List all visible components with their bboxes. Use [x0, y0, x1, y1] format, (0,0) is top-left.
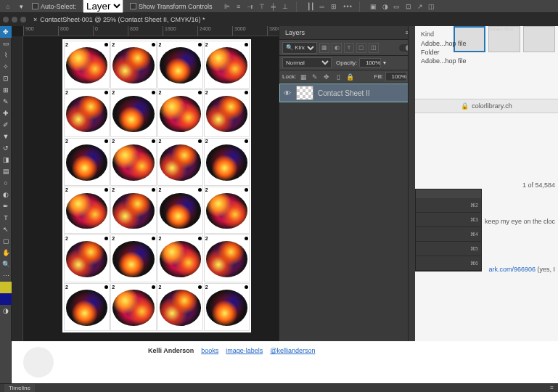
auto-select[interactable]: Auto-Select: [30, 2, 78, 11]
panel-menu-icon[interactable]: ≡ [550, 385, 554, 391]
filter-smart-icon[interactable]: ◫ [369, 43, 379, 53]
avatar [23, 347, 54, 377]
layer-row[interactable]: 👁 Contact Sheet II [279, 83, 415, 102]
ruler-vertical [12, 36, 23, 370]
dist-icon[interactable]: ⊞ [329, 1, 339, 12]
filter-adjust-icon[interactable]: ◐ [332, 43, 342, 53]
lasso-tool[interactable]: ⌇ [0, 49, 12, 61]
history-row[interactable]: ⌘3 [416, 213, 481, 227]
contact-sheet-cell: 2 [110, 187, 156, 234]
align-left-icon[interactable]: ⊫ [222, 1, 232, 12]
fg-color[interactable] [0, 282, 12, 293]
history-row[interactable]: ⌘5 [416, 242, 481, 256]
ruler-horizontal: 90080008001800240030003800 [23, 26, 279, 36]
frame-icon[interactable]: ▭ [392, 1, 402, 12]
layers-tab[interactable]: Layers≡ [279, 26, 415, 40]
bg-color[interactable] [0, 293, 12, 305]
3d-icon[interactable]: ▣ [369, 1, 379, 12]
edit-toolbar[interactable]: ⋯ [0, 270, 12, 282]
list-item[interactable]: Adobe...hop file [419, 39, 554, 48]
align-right-icon[interactable]: ⫣ [245, 1, 255, 12]
background-webpage: Kelli Anderson books image-labels @kelli… [12, 341, 558, 383]
show-transform[interactable]: Show Transform Controls [128, 2, 215, 11]
contact-sheet-cell: 2 [204, 283, 250, 331]
zoom-tool[interactable]: 🔍 [0, 258, 12, 270]
timeline-tab[interactable]: Timeline [4, 384, 35, 392]
crop-tool[interactable]: ⊡ [0, 73, 12, 84]
gradient-tool[interactable]: ▤ [0, 166, 12, 177]
layer-list[interactable]: 👁 Contact Sheet II [279, 83, 415, 370]
lock-paint-icon[interactable]: ✎ [311, 73, 319, 81]
heal-tool[interactable]: ✚ [0, 107, 12, 119]
opacity-input[interactable] [359, 58, 381, 68]
canvas[interactable]: 90080008001800240030003800 2222222222222… [12, 26, 279, 383]
blend-mode[interactable]: Normal [282, 57, 332, 68]
filter-kind[interactable]: 🔍 Kind [282, 42, 317, 54]
history-tool[interactable]: ↺ [0, 142, 12, 154]
lock-nest-icon[interactable]: ▯ [334, 73, 342, 81]
share-icon[interactable]: ↗ [415, 1, 425, 12]
move-tool[interactable]: ✥ [0, 26, 12, 38]
contact-sheet-cell: 2 [204, 234, 250, 282]
wand-tool[interactable]: ✧ [0, 61, 12, 73]
filter-type-icon[interactable]: T [344, 43, 354, 53]
pen-tool[interactable]: ✒ [0, 200, 12, 212]
hand-tool[interactable]: ✋ [0, 247, 12, 258]
contact-sheet-cell: 2 [110, 41, 156, 89]
home-icon[interactable]: ⌂ [3, 1, 13, 12]
layer-thumbnail[interactable] [296, 86, 313, 100]
lock-pos-icon[interactable]: ✥ [322, 73, 331, 81]
history-row[interactable]: ⌘4 [416, 227, 481, 242]
contact-sheet-cell: 2 [64, 187, 110, 234]
cloud-icon[interactable]: ◫ [427, 1, 437, 12]
align-center-icon[interactable]: ≡ [234, 1, 244, 12]
link[interactable]: books [201, 347, 218, 354]
frame-tool[interactable]: ⊞ [0, 84, 12, 96]
align-top-icon[interactable]: ⊤ [257, 1, 267, 12]
brush-tool[interactable]: ✐ [0, 119, 12, 131]
list-item[interactable]: Adobe...hop file [419, 57, 554, 65]
doc-tab-close[interactable]: × [33, 16, 37, 23]
filter-pixel-icon[interactable]: ▦ [319, 43, 329, 53]
eraser-tool[interactable]: ◨ [0, 154, 12, 166]
layer-select[interactable]: Layer [83, 0, 123, 13]
timeline-panel[interactable]: Timeline ≡ [0, 383, 558, 392]
document-title[interactable]: ContactSheet-001 @ 25% (Contact Sheet II… [40, 16, 205, 23]
lock-trans-icon[interactable]: ▦ [299, 73, 308, 81]
type-tool[interactable]: T [0, 212, 12, 224]
marquee-tool[interactable]: ▭ [0, 38, 12, 49]
contact-sheet-cell: 2 [64, 41, 110, 89]
dist-h-icon[interactable]: ┃┃ [305, 1, 316, 12]
lock-all-icon[interactable]: 🔒 [345, 73, 354, 81]
contact-sheet-cell: 2 [157, 41, 203, 89]
artboard-icon[interactable]: ⊡ [403, 1, 414, 12]
collapsed-dock[interactable] [408, 26, 415, 341]
link[interactable]: @kellianderson [270, 347, 315, 354]
history-row[interactable]: ⌘2 [416, 198, 481, 213]
dodge-tool[interactable]: ◐ [0, 189, 12, 200]
path-tool[interactable]: ↖ [0, 224, 12, 235]
align-bot-icon[interactable]: ⊥ [280, 1, 290, 12]
shape-tool[interactable]: ▢ [0, 235, 12, 247]
filter-shape-icon[interactable]: ▢ [356, 43, 366, 53]
collapsed-panel[interactable]: ⌘2 ⌘3 ⌘4 ⌘5 ⌘6 [415, 189, 482, 271]
more-icon[interactable]: ••• [343, 1, 353, 12]
mask-icon[interactable]: ◑ [380, 1, 390, 12]
align-mid-icon[interactable]: ╪ [268, 1, 279, 12]
eyedropper-tool[interactable]: ✎ [0, 96, 12, 107]
list-item[interactable]: Folder [419, 48, 554, 57]
history-row[interactable]: ⌘6 [416, 256, 481, 271]
text-snippet: ark.com/966906 (yes, I [488, 266, 555, 273]
browser-tab[interactable]: 🔒colorlibrary.ch [415, 99, 558, 113]
blur-tool[interactable]: ○ [0, 177, 12, 189]
quickmask[interactable]: ◑ [0, 305, 12, 317]
contact-sheet-cell: 2 [157, 89, 203, 137]
link[interactable]: image-labels [226, 347, 263, 354]
lock-row: Lock: ▦ ✎ ✥ ▯ 🔒 Fill:▾ [279, 70, 415, 83]
stamp-tool[interactable]: ▼ [0, 131, 12, 142]
contact-sheet-cell: 2 [204, 89, 250, 137]
contact-sheet-cell: 2 [204, 41, 250, 89]
visibility-icon[interactable]: 👁 [283, 89, 292, 97]
dist-v-icon[interactable]: ═ [317, 1, 327, 12]
fill-input[interactable] [385, 72, 407, 81]
